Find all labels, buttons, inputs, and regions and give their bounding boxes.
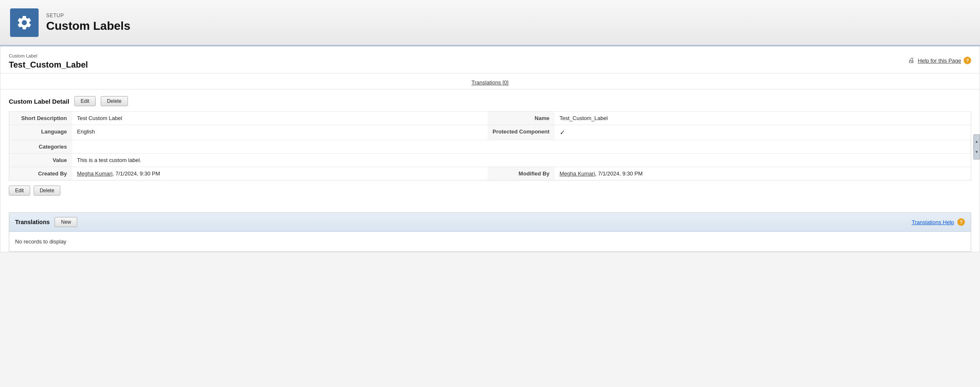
modified-by-user-link[interactable]: Megha Kumari bbox=[560, 170, 595, 177]
scrollbar-down-arrow: ▼ bbox=[975, 150, 979, 154]
edit-button-top[interactable]: Edit bbox=[74, 96, 96, 106]
detail-table: Short Description Test Custom Label Name… bbox=[9, 111, 971, 180]
modified-by-value: Megha Kumari, 7/1/2024, 9:30 PM bbox=[555, 167, 971, 180]
translations-anchor-link[interactable]: Translations [0] bbox=[472, 79, 508, 86]
page-title: Test_Custom_Label bbox=[9, 60, 88, 70]
page-header-section: Custom Label Test_Custom_Label 🖨 Help fo… bbox=[0, 47, 980, 73]
printer-icon: 🖨 bbox=[908, 57, 915, 64]
scrollbar-up-arrow: ▲ bbox=[975, 140, 979, 144]
categories-value bbox=[72, 140, 971, 154]
translations-section-right: Translations Help ? bbox=[912, 218, 965, 226]
translations-section-header: Translations New Translations Help ? bbox=[9, 213, 971, 232]
protected-component-label: Protected Component bbox=[487, 125, 555, 140]
table-row: Short Description Test Custom Label Name… bbox=[9, 112, 971, 125]
checkmark-icon: ✓ bbox=[560, 129, 565, 136]
header-title: Custom Labels bbox=[46, 19, 130, 33]
header-text: SETUP Custom Labels bbox=[46, 13, 130, 33]
translations-help-question-icon[interactable]: ? bbox=[957, 218, 965, 226]
name-value: Test_Custom_Label bbox=[555, 112, 971, 125]
gear-icon bbox=[16, 14, 33, 31]
created-by-value: Megha Kumari, 7/1/2024, 9:30 PM bbox=[72, 167, 487, 180]
section-buttons-bottom: Edit Delete bbox=[9, 180, 971, 197]
delete-button-top[interactable]: Delete bbox=[101, 96, 128, 106]
edit-button-bottom[interactable]: Edit bbox=[9, 186, 30, 196]
header-icon-box bbox=[10, 8, 39, 37]
translations-section-title: Translations bbox=[15, 219, 50, 225]
main-content: Custom Label Test_Custom_Label 🖨 Help fo… bbox=[0, 46, 980, 252]
translations-section: Translations New Translations Help ? No … bbox=[9, 212, 971, 252]
translations-link-area: Translations [0] bbox=[0, 73, 980, 89]
categories-label: Categories bbox=[9, 140, 72, 154]
table-row: Created By Megha Kumari, 7/1/2024, 9:30 … bbox=[9, 167, 971, 180]
language-value: English bbox=[72, 125, 487, 140]
page-header: SETUP Custom Labels bbox=[0, 0, 980, 46]
help-link[interactable]: Help for this Page bbox=[918, 58, 961, 64]
new-translation-button[interactable]: New bbox=[55, 217, 77, 227]
modified-by-date: , 7/1/2024, 9:30 PM bbox=[595, 170, 642, 177]
value-label: Value bbox=[9, 154, 72, 167]
breadcrumb: Custom Label bbox=[9, 53, 88, 58]
table-row: Language English Protected Component ✓ bbox=[9, 125, 971, 140]
created-by-date: , 7/1/2024, 9:30 PM bbox=[112, 170, 160, 177]
value-value: This is a test custom label. bbox=[72, 154, 971, 167]
section-header: Custom Label Detail Edit Delete bbox=[9, 89, 971, 111]
page-header-left: Custom Label Test_Custom_Label bbox=[9, 53, 88, 70]
name-label: Name bbox=[487, 112, 555, 125]
created-by-user-link[interactable]: Megha Kumari bbox=[77, 170, 113, 177]
help-area: 🖨 Help for this Page ? bbox=[908, 53, 971, 64]
detail-section: Custom Label Detail Edit Delete Short De… bbox=[0, 89, 980, 206]
language-label: Language bbox=[9, 125, 72, 140]
help-question-icon[interactable]: ? bbox=[964, 57, 971, 64]
created-by-label: Created By bbox=[9, 167, 72, 180]
table-row: Value This is a test custom label. bbox=[9, 154, 971, 167]
protected-component-value: ✓ bbox=[555, 125, 971, 140]
translations-help-link[interactable]: Translations Help bbox=[912, 219, 954, 225]
modified-by-label: Modified By bbox=[487, 167, 555, 180]
table-row: Categories bbox=[9, 140, 971, 154]
short-description-label: Short Description bbox=[9, 112, 72, 125]
scrollbar[interactable]: ▲ ▼ bbox=[973, 134, 980, 160]
no-records-message: No records to display bbox=[9, 232, 971, 251]
short-description-value: Test Custom Label bbox=[72, 112, 487, 125]
delete-button-bottom[interactable]: Delete bbox=[34, 186, 61, 196]
setup-label: SETUP bbox=[46, 13, 130, 18]
section-title: Custom Label Detail bbox=[9, 98, 69, 105]
